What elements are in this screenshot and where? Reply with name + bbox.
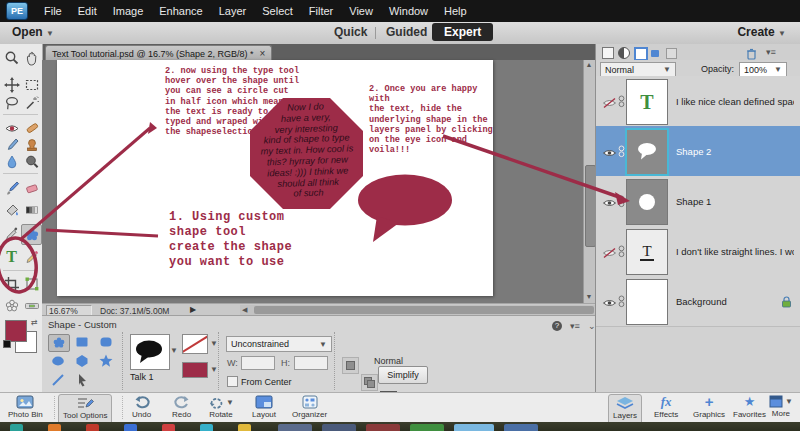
height-field[interactable] [294,356,328,370]
new-layer-icon[interactable] [602,47,614,59]
os-app-icon[interactable] [48,424,61,431]
tab-guided[interactable]: Guided [386,25,427,39]
menu-enhance[interactable]: Enhance [151,5,210,17]
visibility-eye-off-icon[interactable] [602,95,617,107]
menu-view[interactable]: View [341,5,381,17]
combine-new-button[interactable] [342,357,359,374]
zoom-tool-icon[interactable] [2,48,21,67]
layer-mask-icon[interactable] [634,47,648,61]
scroll-down-icon[interactable]: ▼ [584,292,594,302]
layer-name[interactable]: I like nice clean defined spaces. W... [676,96,794,107]
brush-tool-icon[interactable] [2,178,21,197]
shape-rectangle-button[interactable] [72,334,92,350]
graphics-button[interactable]: + Graphics [689,394,729,423]
menu-layer[interactable]: Layer [211,5,255,17]
blend-mode-dropdown[interactable]: Normal▼ [600,62,676,77]
simplify-button[interactable]: Simplify [378,366,428,384]
layer-row-background[interactable]: Background [596,276,800,327]
type-tool-icon[interactable]: T [2,247,21,266]
pencil-tool-icon[interactable] [22,247,41,266]
straighten-tool-icon[interactable] [22,296,41,315]
os-app-icon[interactable] [162,424,175,431]
status-options-icon[interactable]: ▶ [190,305,196,314]
shape-rounded-rect-button[interactable] [96,334,116,350]
shape-preview[interactable] [130,334,170,370]
menu-window[interactable]: Window [381,5,436,17]
visibility-eye-icon[interactable] [602,295,617,307]
gradient-tool-icon[interactable] [22,200,41,219]
scroll-left-icon[interactable]: ◀ [242,306,247,314]
cookie-cutter-tool-icon[interactable] [2,296,21,315]
layer-row-text-1[interactable]: T I like nice clean defined spaces. W... [596,76,800,127]
favorites-button[interactable]: ★ Favorites [729,394,770,423]
recompose-tool-icon[interactable] [22,274,41,293]
help-icon[interactable]: ? [552,321,562,331]
lock-icon[interactable] [651,50,659,57]
opacity-field[interactable]: 100%▼ [739,62,787,77]
os-task-item[interactable] [322,424,356,431]
layer-name[interactable]: I don't like straight lines. I woould ..… [676,246,794,257]
close-icon[interactable]: × [260,50,266,58]
panel-menu-icon[interactable]: ▾≡ [570,321,580,331]
from-center-checkbox[interactable] [227,376,238,387]
layer-row-text-2[interactable]: T I don't like straight lines. I woould … [596,226,800,277]
crop-tool-icon[interactable] [2,274,21,293]
shape-picker-chevron-icon[interactable]: ▼ [170,346,178,355]
menu-edit[interactable]: Edit [70,5,105,17]
os-task-item[interactable] [366,424,400,431]
os-app-icon[interactable] [124,424,137,431]
scroll-up-icon[interactable]: ▲ [584,60,594,70]
menu-select[interactable]: Select [254,5,301,17]
organizer-button[interactable]: Organizer [288,394,331,423]
os-task-item[interactable] [504,424,538,431]
visibility-eye-off-icon[interactable] [602,245,617,257]
menu-filter[interactable]: Filter [301,5,341,17]
default-colors-icon[interactable] [3,340,11,348]
layers-button[interactable]: Layers [608,394,642,425]
os-app-icon[interactable] [86,424,99,431]
eraser-tool-icon[interactable] [22,178,41,197]
geometry-options-dropdown[interactable]: Unconstrained▼ [226,336,332,352]
effects-button[interactable]: fx Effects [650,394,682,423]
open-button[interactable]: Open ▼ [12,25,54,39]
shape-line-button[interactable] [48,372,68,388]
move-tool-icon[interactable] [2,75,21,94]
os-app-icon[interactable] [238,424,251,431]
blur-tool-icon[interactable] [2,152,21,171]
shape-custom-button[interactable] [48,334,70,352]
horizontal-scrollbar[interactable]: ◀ [240,305,625,315]
style-picker[interactable] [182,334,208,354]
shape-polygon-button[interactable] [72,353,92,369]
shape-ellipse-button[interactable] [48,353,68,369]
menu-image[interactable]: Image [105,5,152,17]
undo-button[interactable]: Undo [128,394,155,423]
visibility-eye-icon[interactable] [602,145,617,157]
shape-selection-arrow-button[interactable] [72,372,92,388]
create-button[interactable]: Create ▼ [737,25,786,39]
layer-name[interactable]: Shape 2 [676,146,794,157]
tab-expert[interactable]: Expert [432,23,493,41]
hand-tool-icon[interactable] [22,48,41,67]
tab-quick[interactable]: Quick [334,25,367,39]
layer-name[interactable]: Background [676,296,794,307]
paint-bucket-tool-icon[interactable] [2,200,21,219]
more-button[interactable]: ▼ More [765,394,797,423]
width-field[interactable] [241,356,275,370]
layout-button[interactable]: Layout [248,394,280,423]
shape-color-swatch[interactable] [182,362,208,378]
tool-options-button[interactable]: Tool Options [58,394,112,425]
menu-help[interactable]: Help [436,5,475,17]
photo-bin-button[interactable]: Photo Bin [4,394,47,423]
lasso-tool-icon[interactable] [2,93,21,112]
color-picker-chevron-icon[interactable]: ▼ [210,365,218,374]
style-picker-chevron-icon[interactable]: ▼ [210,339,218,348]
menu-file[interactable]: File [36,5,70,17]
visibility-eye-icon[interactable] [602,195,617,207]
os-task-item-active[interactable] [454,424,494,431]
os-app-icon[interactable] [200,424,213,431]
swap-colors-icon[interactable]: ⇄ [31,318,38,327]
layer-thumbnail[interactable]: T [626,229,668,275]
layer-row-shape1[interactable]: Shape 1 [596,176,800,227]
os-app-icon[interactable] [10,424,23,431]
custom-shape-tool-icon[interactable] [21,224,42,245]
